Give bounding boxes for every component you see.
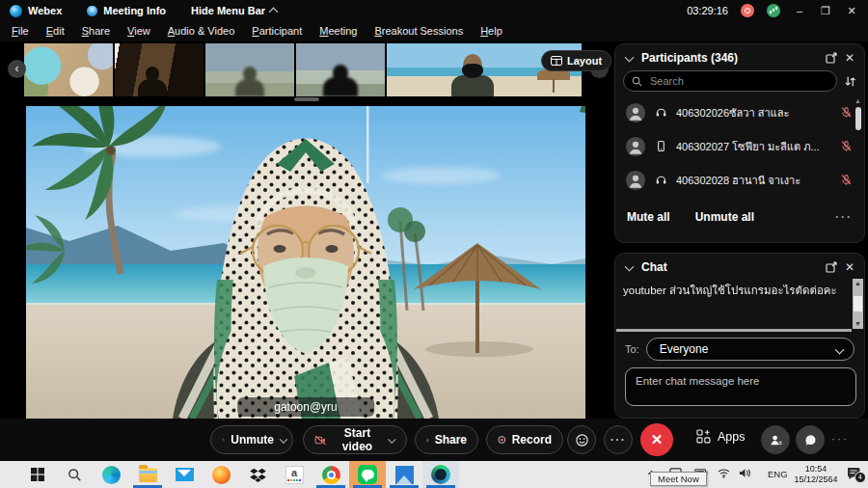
participant-row[interactable]: 406302028 ฮานานี จาเงาะ <box>615 163 864 197</box>
menu-item-breakout-sessions[interactable]: Breakout Sessions <box>366 21 472 41</box>
meeting-info-icon <box>87 6 97 16</box>
participants-close-button[interactable]: ✕ <box>845 51 854 65</box>
menu-item-file[interactable]: File <box>3 21 38 41</box>
taskbar-icon-line[interactable] <box>349 461 386 488</box>
beach-video-scene <box>26 106 585 419</box>
share-label: Share <box>435 433 467 447</box>
record-button[interactable]: Record <box>486 425 563 454</box>
thumbnail-participant-dark-room[interactable] <box>115 43 203 96</box>
leave-meeting-button[interactable]: ✕ <box>640 423 673 456</box>
menu-item-audio-video[interactable]: Audio & Video <box>159 21 244 41</box>
participants-more-options-icon[interactable]: ··· <box>835 210 853 224</box>
filmstrip-prev-button[interactable]: ‹ <box>8 60 26 78</box>
taskbar-icon-dropbox[interactable] <box>239 461 276 488</box>
share-button[interactable]: Share <box>415 425 478 454</box>
chat-panel: Chat ✕ youtuber ส่วนใหญ่ใช้โปรแกรมอะไรตั… <box>614 253 865 419</box>
chat-message-input[interactable] <box>625 367 856 406</box>
reactions-button[interactable] <box>567 425 596 454</box>
participants-toggle-button[interactable] <box>761 425 790 454</box>
taskbar-icon-edge[interactable] <box>93 461 129 488</box>
chevron-down-icon <box>625 263 634 272</box>
chat-popout-button[interactable] <box>826 261 837 273</box>
participants-search-input[interactable] <box>648 74 828 88</box>
participants-sort-button[interactable] <box>844 75 856 88</box>
taskbar-icon-file-explorer[interactable] <box>129 461 166 488</box>
taskbar-icon-chrome[interactable] <box>312 461 349 488</box>
avatar-icon <box>625 203 646 204</box>
menu-item-share[interactable]: Share <box>73 21 119 41</box>
menu-bar: FileEditShareViewAudio & VideoParticipan… <box>0 21 868 41</box>
connection-signal-icon <box>767 4 780 17</box>
unmute-all-button[interactable]: Unmute all <box>695 210 754 224</box>
apps-button[interactable]: Apps <box>696 429 746 444</box>
more-options-button[interactable]: ··· <box>604 425 633 454</box>
chat-vertical-scrollbar[interactable]: ▲ ▼ <box>853 279 863 329</box>
meeting-info-button[interactable]: Meeting Info <box>103 5 166 16</box>
menu-item-help[interactable]: Help <box>472 21 511 41</box>
menu-item-participant[interactable]: Participant <box>243 21 311 41</box>
layout-button[interactable]: Layout <box>541 50 611 71</box>
language-indicator[interactable]: ENG <box>768 469 788 479</box>
taskbar-icon-amazon[interactable]: a <box>276 461 312 488</box>
scroll-up-icon[interactable]: ▲ <box>853 279 863 288</box>
participants-popout-button[interactable] <box>826 52 837 64</box>
taskbar-icon-search[interactable] <box>56 461 93 488</box>
thumbnail-participant-hijab-mountains[interactable] <box>296 43 385 96</box>
chat-recipient-select[interactable]: Everyone <box>646 338 854 361</box>
camera-muted-icon <box>314 434 327 447</box>
unmute-button[interactable]: Unmute <box>210 425 293 454</box>
start-video-label: Start video <box>333 426 383 453</box>
thumbnail-participant-blurred-mountains[interactable] <box>205 43 294 96</box>
thumbnail-cartoon-avatars[interactable] <box>24 43 113 96</box>
menu-item-meeting[interactable]: Meeting <box>311 21 366 41</box>
taskbar-icon-mail[interactable] <box>166 461 203 488</box>
action-center-button[interactable]: 4 <box>847 467 862 480</box>
scrollbar-thumb[interactable] <box>855 107 861 130</box>
close-icon: ✕ <box>845 260 854 274</box>
taskbar-icon-photos[interactable] <box>386 461 422 488</box>
mic-muted-icon[interactable] <box>840 106 853 119</box>
overflow-controls-icon[interactable]: ··· <box>831 432 849 446</box>
chat-collapse-button[interactable] <box>625 263 634 272</box>
chat-toggle-button[interactable] <box>796 425 825 454</box>
mic-muted-icon[interactable] <box>840 140 853 152</box>
webex-logo-icon <box>10 5 22 17</box>
close-window-button[interactable]: ✕ <box>845 0 858 21</box>
participant-row-partial[interactable] <box>615 197 864 203</box>
restore-button[interactable]: ❐ <box>819 0 832 21</box>
participants-scrollbar[interactable]: ▲ <box>854 97 862 200</box>
participant-name: 406302027 โซฟียา มะลีแต ภ... <box>676 138 831 155</box>
scroll-down-icon[interactable]: ▼ <box>853 319 863 329</box>
chat-close-button[interactable]: ✕ <box>845 260 854 274</box>
start-video-button[interactable]: Start video <box>303 425 407 454</box>
chat-horizontal-scrollbar[interactable] <box>616 329 852 332</box>
mic-muted-icon[interactable] <box>840 174 853 186</box>
filmstrip-resize-handle[interactable] <box>294 97 319 101</box>
participant-row[interactable]: 406302027 โซฟียา มะลีแต ภ... <box>615 129 864 163</box>
taskbar-icon-webex[interactable] <box>422 461 459 488</box>
mute-all-button[interactable]: Mute all <box>627 210 670 224</box>
scroll-up-icon[interactable]: ▲ <box>854 97 862 104</box>
menu-item-edit[interactable]: Edit <box>38 21 73 41</box>
menu-item-view[interactable]: View <box>119 21 159 41</box>
headset-icon <box>655 106 667 119</box>
participants-search-box[interactable] <box>623 70 837 92</box>
participants-icon <box>769 433 783 447</box>
taskbar-time: 10:54 <box>791 464 841 474</box>
participant-silhouette <box>235 79 264 96</box>
taskbar-icon-firefox[interactable] <box>203 461 239 488</box>
minimize-button[interactable]: – <box>793 0 806 21</box>
scrollbar-thumb[interactable] <box>854 296 862 312</box>
active-speaker-video: gatoon@yru <box>26 106 585 419</box>
notification-badge: 4 <box>854 472 866 483</box>
system-tray: ENG 10:54 15/12/2564 4 Meet Now <box>625 461 868 488</box>
tray-wifi-icon[interactable] <box>718 468 730 478</box>
apps-label: Apps <box>718 430 746 444</box>
participant-row[interactable]: 406302026ซัลวา สาและ <box>615 95 864 129</box>
participants-collapse-button[interactable] <box>625 54 634 63</box>
hide-menu-bar-button[interactable]: Hide Menu Bar <box>191 5 278 16</box>
taskbar-clock[interactable]: 10:54 15/12/2564 <box>791 464 841 485</box>
taskbar-icon-windows-start[interactable] <box>19 461 56 488</box>
meeting-control-bar: Unmute Start video Share <box>0 419 868 461</box>
tray-speaker-icon[interactable] <box>739 468 751 478</box>
